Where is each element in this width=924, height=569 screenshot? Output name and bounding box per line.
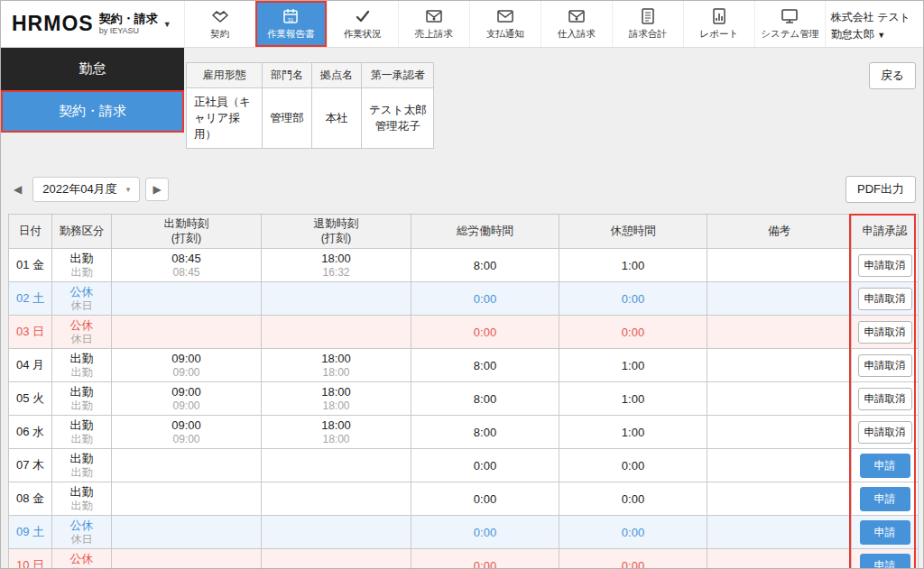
- cancel-application-button[interactable]: 申請取消: [858, 288, 912, 310]
- upper-section: 勤怠契約・請求 雇用形態部門名拠点名第一承認者 正社員（キャリア採用）管理部本社…: [1, 48, 923, 149]
- attendance-rows: 01 金出勤出勤08:4508:4518:0016:328:001:00申請取消…: [9, 249, 919, 569]
- cancel-application-button[interactable]: 申請取消: [858, 354, 912, 377]
- clock-in-cell: [112, 482, 262, 516]
- break-time-cell: 0:00: [559, 549, 707, 569]
- info-column-header: 第一承認者: [362, 63, 434, 88]
- total-hours-cell: 0:00: [411, 549, 559, 569]
- clock-in-cell: 09:0009:00: [112, 349, 262, 382]
- column-header: 備考: [707, 215, 852, 249]
- nav-item-payment-notice[interactable]: 支払通知: [469, 1, 541, 47]
- prev-month-button[interactable]: ◀: [8, 179, 27, 199]
- clock-in-cell: [112, 449, 262, 482]
- date-cell: 01 金: [9, 249, 52, 282]
- approval-cell: 申請: [852, 516, 919, 549]
- attendance-row: 02 土公休休日0:000:00申請取消: [9, 282, 919, 316]
- break-time-cell: 0:00: [559, 516, 707, 549]
- logo-product-block: 契約・請求 by IEYASU: [99, 13, 158, 35]
- nav-item-sales-invoice[interactable]: 売上請求: [398, 1, 469, 47]
- total-hours-cell: 8:00: [411, 382, 559, 416]
- apply-button[interactable]: 申請: [860, 554, 910, 569]
- logo-byline: by IEYASU: [99, 26, 158, 35]
- info-header-row: 雇用形態部門名拠点名第一承認者: [187, 63, 434, 88]
- work-type-cell: 出勤出勤: [52, 482, 112, 516]
- period-label: 2022年04月度: [42, 181, 116, 197]
- date-cell: 07 木: [9, 449, 52, 482]
- note-cell: [707, 282, 852, 316]
- info-column-header: 拠点名: [312, 63, 362, 88]
- clock-in-cell: 09:0009:00: [112, 416, 262, 449]
- clock-in-cell: [112, 316, 262, 349]
- handshake-icon: [211, 7, 229, 25]
- approval-cell: 申請取消: [852, 282, 919, 316]
- invoice-icon: [639, 7, 657, 25]
- pdf-export-button[interactable]: PDF出力: [845, 176, 916, 203]
- note-cell: [707, 449, 852, 482]
- mail-icon: [496, 7, 514, 25]
- attendance-row: 07 木出勤出勤0:000:00申請: [9, 449, 919, 482]
- attendance-row: 09 土公休休日0:000:00申請: [9, 516, 919, 549]
- note-cell: [707, 416, 852, 449]
- next-month-button[interactable]: ▶: [145, 178, 169, 201]
- clock-out-cell: [262, 549, 411, 569]
- note-cell: [707, 349, 852, 382]
- logo[interactable]: HRMOS 契約・請求 by IEYASU ▼: [1, 1, 184, 47]
- total-hours-cell: 0:00: [411, 449, 559, 482]
- apply-button[interactable]: 申請: [860, 454, 910, 478]
- report-icon: [710, 7, 728, 25]
- caret-down-icon: ▼: [877, 31, 885, 40]
- nav-item-work-report[interactable]: 31作業報告書: [255, 1, 327, 47]
- work-type-cell: 出勤出勤: [52, 382, 112, 416]
- nav-item-system-admin[interactable]: システム管理: [754, 1, 826, 47]
- attendance-row: 03 日公休休日0:000:00申請取消: [9, 316, 919, 349]
- account-menu[interactable]: 株式会社 テスト 勤怠太郎 ▼: [826, 1, 923, 47]
- info-column-header: 雇用形態: [187, 63, 263, 88]
- nav-item-work-status[interactable]: 作業状況: [327, 1, 398, 47]
- clock-in-cell: 09:0009:00: [112, 382, 262, 416]
- logo-product-name: 契約・請求: [99, 13, 158, 26]
- top-bar: HRMOS 契約・請求 by IEYASU ▼ 契約31作業報告書作業状況売上請…: [1, 1, 923, 48]
- attendance-row: 05 火出勤出勤09:0009:0018:0018:008:001:00申請取消: [9, 382, 919, 416]
- back-button[interactable]: 戻る: [869, 62, 916, 89]
- sidebar-item-attendance[interactable]: 勤怠: [1, 48, 184, 90]
- info-value-cell: 管理部: [263, 88, 312, 149]
- date-cell: 05 火: [9, 382, 52, 416]
- nav-item-label: 請求合計: [629, 28, 667, 41]
- cancel-application-button[interactable]: 申請取消: [858, 254, 912, 277]
- column-header: 退勤時刻 (打刻): [262, 215, 411, 249]
- clock-in-cell: [112, 282, 262, 316]
- company-name: 株式会社 テスト: [831, 9, 910, 26]
- nav-item-invoice-total[interactable]: 請求合計: [612, 1, 683, 47]
- date-cell: 03 日: [9, 316, 52, 349]
- date-cell: 02 土: [9, 282, 52, 316]
- column-header: 申請承認: [852, 215, 919, 249]
- clock-out-cell: 18:0016:32: [262, 249, 411, 282]
- note-cell: [707, 482, 852, 516]
- date-cell: 08 金: [9, 482, 52, 516]
- break-time-cell: 1:00: [559, 416, 707, 449]
- break-time-cell: 1:00: [559, 349, 707, 382]
- date-cell: 10 日: [9, 549, 52, 569]
- total-hours-cell: 0:00: [411, 516, 559, 549]
- approval-cell: 申請: [852, 482, 919, 516]
- apply-button[interactable]: 申請: [860, 487, 910, 511]
- cancel-application-button[interactable]: 申請取消: [858, 388, 912, 410]
- nav-item-label: 作業報告書: [267, 28, 315, 41]
- column-header: 総労働時間: [411, 215, 559, 249]
- attendance-row: 01 金出勤出勤08:4508:4518:0016:328:001:00申請取消: [9, 249, 919, 282]
- nav-item-report[interactable]: レポート: [683, 1, 754, 47]
- employee-info-area: 雇用形態部門名拠点名第一承認者 正社員（キャリア採用）管理部本社テスト太郎 管理…: [184, 48, 923, 149]
- nav-item-contract[interactable]: 契約: [184, 1, 255, 47]
- clock-in-cell: [112, 516, 262, 549]
- apply-button[interactable]: 申請: [860, 520, 910, 545]
- info-value-cell: テスト太郎 管理花子: [362, 88, 434, 149]
- approval-cell: 申請取消: [852, 249, 919, 282]
- nav-item-purchase-invoice[interactable]: 仕入請求: [541, 1, 612, 47]
- sidebar-item-contract-billing[interactable]: 契約・請求: [1, 90, 184, 133]
- work-type-cell: 公休休日: [52, 549, 112, 569]
- break-time-cell: 0:00: [559, 282, 707, 316]
- cancel-application-button[interactable]: 申請取消: [858, 421, 912, 444]
- nav-item-label: 作業状況: [344, 28, 382, 41]
- cancel-application-button[interactable]: 申請取消: [858, 321, 912, 344]
- caret-down-icon[interactable]: ▼: [163, 20, 171, 29]
- period-select[interactable]: 2022年04月度 ▾: [32, 177, 140, 202]
